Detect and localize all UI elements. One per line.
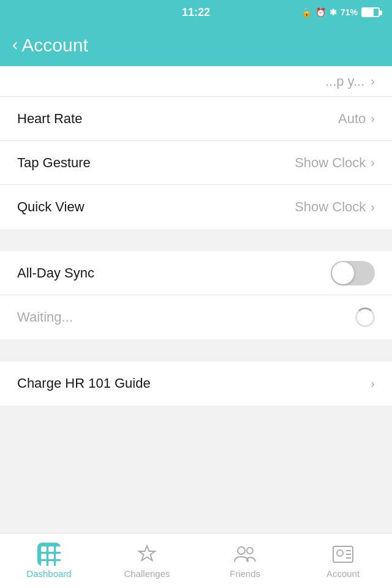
tab-challenges-label: Challenges	[124, 568, 170, 579]
status-time: 11:22	[182, 6, 210, 19]
tap-gesture-value: Show Clock ›	[295, 155, 375, 171]
guide-chevron-icon: ›	[371, 377, 375, 391]
account-icon	[331, 543, 355, 566]
charge-hr-guide-label: Charge HR 101 Guide	[17, 375, 151, 391]
alarm-icon: ⏰	[315, 7, 326, 17]
quick-view-row[interactable]: Quick View Show Clock ›	[0, 185, 392, 229]
heart-rate-label: Heart Rate	[17, 111, 82, 127]
tab-friends-label: Friends	[230, 568, 260, 579]
tab-friends[interactable]: Friends	[196, 533, 294, 588]
svg-point-2	[247, 548, 253, 554]
dashboard-icon	[37, 543, 61, 566]
partial-chevron-icon: ›	[371, 74, 375, 88]
section-gap-2	[0, 339, 392, 361]
tab-account[interactable]: Account	[294, 533, 392, 588]
section-gap-1	[0, 229, 392, 251]
nav-header: ‹ Account	[0, 24, 392, 66]
quick-view-value: Show Clock ›	[295, 199, 375, 215]
heart-rate-row[interactable]: Heart Rate Auto ›	[0, 97, 392, 141]
all-day-sync-label: All-Day Sync	[17, 265, 94, 281]
all-day-sync-row: All-Day Sync	[0, 251, 392, 295]
battery-text: 71%	[341, 7, 358, 17]
back-chevron-icon: ‹	[12, 35, 18, 55]
battery-icon	[361, 7, 380, 17]
heart-rate-value: Auto ›	[338, 111, 375, 127]
section-sync: All-Day Sync Waiting...	[0, 251, 392, 339]
tab-challenges[interactable]: Challenges	[98, 533, 196, 588]
charge-hr-guide-row[interactable]: Charge HR 101 Guide ›	[0, 361, 392, 405]
waiting-spinner	[355, 307, 375, 327]
quick-view-chevron-icon: ›	[371, 200, 375, 214]
all-day-sync-toggle[interactable]	[331, 261, 375, 285]
status-icons: 🔒 ⏰ ✱ 71%	[301, 7, 380, 17]
tab-bar: Dashboard Challenges Friends	[0, 533, 392, 588]
svg-point-4	[337, 550, 343, 556]
quick-view-label: Quick View	[17, 199, 85, 215]
tap-gesture-row[interactable]: Tap Gesture Show Clock ›	[0, 141, 392, 185]
tab-dashboard[interactable]: Dashboard	[0, 533, 98, 588]
svg-marker-0	[139, 546, 155, 560]
toggle-knob	[332, 262, 354, 284]
section-device-settings: Heart Rate Auto › Tap Gesture Show Clock…	[0, 97, 392, 229]
friends-icon	[233, 543, 257, 566]
waiting-row: Waiting...	[0, 295, 392, 339]
tab-dashboard-label: Dashboard	[26, 568, 71, 579]
heart-rate-chevron-icon: ›	[371, 111, 375, 126]
waiting-label: Waiting...	[17, 309, 73, 325]
partial-row: ...p y... ›	[0, 66, 392, 97]
partial-row-label: ...p y...	[325, 74, 364, 89]
svg-point-1	[238, 547, 245, 554]
section-gap-3	[0, 405, 392, 511]
tap-gesture-label: Tap Gesture	[17, 155, 91, 171]
status-bar: 11:22 🔒 ⏰ ✱ 71%	[0, 0, 392, 24]
back-button[interactable]: ‹ Account	[12, 35, 88, 56]
section-guide: Charge HR 101 Guide ›	[0, 361, 392, 405]
tab-account-label: Account	[326, 568, 360, 579]
challenges-icon	[135, 543, 159, 566]
bluetooth-icon: ✱	[330, 7, 337, 17]
nav-title: Account	[21, 35, 88, 56]
lock-icon: 🔒	[301, 7, 312, 17]
charge-hr-guide-value: ›	[371, 377, 375, 391]
tap-gesture-chevron-icon: ›	[371, 156, 375, 170]
